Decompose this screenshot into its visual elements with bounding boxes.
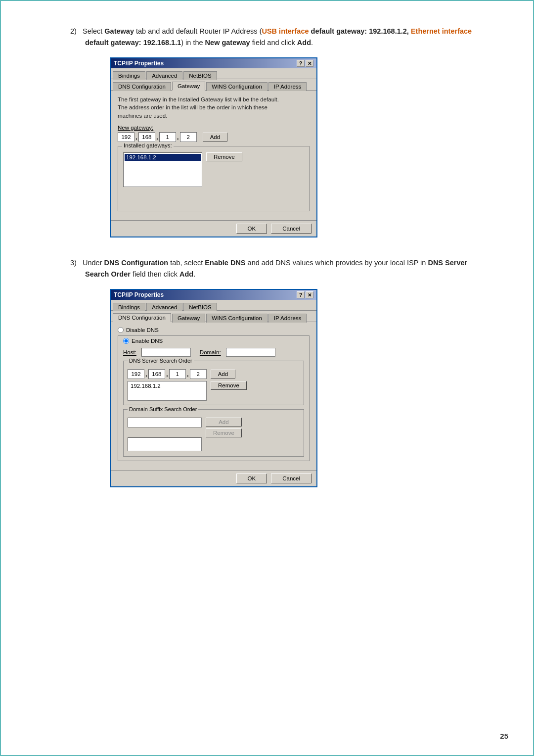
tab-wins-config[interactable]: WINS Configuration [206,82,267,91]
cancel-button-gateway[interactable]: Cancel [271,224,312,234]
dialog-dns-titlebar: TCP/IP Properties ? ✕ [111,290,316,300]
gateway-input-row: . . . Add [118,132,310,142]
gateway-seg1[interactable] [118,132,134,142]
dialog-gateway-titlebar: TCP/IP Properties ? ✕ [111,58,316,68]
ok-button-gateway[interactable]: OK [236,224,267,234]
dialog-dns-window: TCP/IP Properties ? ✕ Bindings Advanced … [110,289,317,487]
dot1: . [135,133,137,141]
disable-dns-label: Disable DNS [126,327,159,333]
dialog-dns-title: TCP/IP Properties [114,291,164,298]
eth-gateway-text: default gateway: 192.168.1.1 [85,39,181,47]
dns-titlebar-buttons: ? ✕ [297,291,313,298]
dialog-dns-body: Disable DNS Enable DNS Host: Domain: [111,322,316,470]
instruction-3: 3) Under DNS Configuration tab, select E… [70,257,484,280]
dialog-tabs-row1: Bindings Advanced NetBIOS [111,68,316,79]
tab-netbios[interactable]: NetBIOS [183,71,217,80]
domain-input[interactable] [226,348,275,357]
enable-dns-label: Enable DNS [132,338,163,344]
section-2: 2) Select Gateway tab and add default Ro… [31,26,503,237]
disable-dns-row: Disable DNS [118,327,310,333]
dns-seg1[interactable] [128,369,144,379]
page-container: 2) Select Gateway tab and add default Ro… [0,0,534,756]
gateway-tab-ref: Gateway [104,27,134,35]
new-gateway-label: New gateway: [118,125,307,131]
tab-ip-address[interactable]: IP Address [268,82,307,91]
disable-dns-radio[interactable] [118,327,124,333]
dns-seg4[interactable] [190,369,207,379]
page-number: 25 [500,732,508,740]
add-gateway-button[interactable]: Add [203,133,227,142]
dialog-gateway: TCP/IP Properties ? ✕ Bindings Advanced … [110,57,317,237]
dns-server-input-row: . . . Add [128,369,300,379]
gateway-info-text: The first gateway in the Installed Gatew… [118,95,310,119]
tab-advanced[interactable]: Advanced [146,71,182,80]
installed-gateways-list[interactable]: 192.168.1.2 [123,152,202,187]
close-button[interactable]: ✕ [306,60,313,67]
dialog-gateway-footer: OK Cancel [111,220,316,236]
domain-suffix-label: Domain Suffix Search Order [128,406,198,412]
dialog-gateway-title: TCP/IP Properties [114,60,164,67]
usb-ref: USB interface [262,27,309,35]
usb-gateway-text: default gateway: 192.168.1.2, [311,27,409,35]
help-button[interactable]: ? [297,60,305,67]
dns-server-group: DNS Server Search Order . . . [123,361,304,405]
titlebar-buttons: ? ✕ [297,60,313,67]
new-gateway-section: New gateway: . . . Add [118,125,310,142]
installed-gateways-label: Installed gateways: [122,142,174,148]
dns-remove-button[interactable]: Remove [211,381,247,390]
enable-dns-row: Enable DNS [123,338,304,344]
dot2: . [156,133,158,141]
suffix-add-button[interactable]: Add [206,418,242,426]
tab-gateway[interactable]: Gateway [172,82,205,91]
gateway-seg4[interactable] [180,132,197,142]
add-ref-3: Add [179,270,193,278]
suffix-remove-button[interactable]: Remove [206,428,242,437]
suffix-list[interactable] [128,437,202,451]
dialog-tabs-row2: DNS Configuration Gateway WINS Configura… [111,79,316,91]
dns-tab-advanced[interactable]: Advanced [146,303,182,311]
dns-server-list[interactable]: 192.168.1.2 [128,381,207,401]
dialog-gateway-body: The first gateway in the Installed Gatew… [111,91,316,220]
host-input[interactable] [141,348,191,357]
dns-seg2[interactable] [148,369,165,379]
domain-label: Domain: [200,349,221,355]
dns-tab-netbios[interactable]: NetBIOS [183,303,217,311]
dns-tab-bindings[interactable]: Bindings [113,303,145,311]
add-ref-2: Add [297,39,311,47]
ok-button-dns[interactable]: OK [236,473,267,483]
host-label: Host: [123,349,136,355]
suffix-list-area [128,437,300,452]
remove-gateway-button[interactable]: Remove [206,152,242,161]
dns-dot2: . [166,370,168,378]
eth-ref: Ethernet interface [411,27,472,35]
host-domain-row: Host: Domain: [123,348,304,357]
dns-tab-dns-config[interactable]: DNS Configuration [113,313,171,322]
dot3: . [177,133,179,141]
enable-dns-radio[interactable] [123,338,129,344]
step-2-num: 2) [70,27,81,35]
dns-list-row: 192.168.1.2 Remove [128,381,300,401]
dns-close-button[interactable]: ✕ [306,291,313,298]
dns-help-button[interactable]: ? [297,291,305,298]
dns-tab-ip-address[interactable]: IP Address [268,314,307,323]
gateway-seg3[interactable] [159,132,176,142]
cancel-button-dns[interactable]: Cancel [271,473,312,483]
dns-seg3[interactable] [169,369,186,379]
dns-tabs-row2: DNS Configuration Gateway WINS Configura… [111,311,316,322]
dns-config-ref: DNS Configuration [104,259,169,267]
dns-list-item[interactable]: 192.168.1.2 [129,382,205,389]
dns-tab-wins-config[interactable]: WINS Configuration [206,314,267,323]
domain-suffix-group: Domain Suffix Search Order Add Remove [123,409,304,457]
dns-add-button[interactable]: Add [211,370,235,378]
gateway-list-item[interactable]: 192.168.1.2 [125,154,201,161]
dns-tab-gateway[interactable]: Gateway [172,314,205,323]
tab-dns-config[interactable]: DNS Configuration [113,82,171,91]
gateway-seg2[interactable] [138,132,155,142]
installed-gateways-row: 192.168.1.2 Remove [123,152,304,187]
tab-bindings[interactable]: Bindings [113,71,145,80]
suffix-input-1[interactable] [128,418,202,427]
section-3: 3) Under DNS Configuration tab, select E… [31,257,503,487]
enable-dns-ref: Enable DNS [205,259,245,267]
dialog-dns-footer: OK Cancel [111,470,316,486]
dns-ip-input: . . . [128,369,207,379]
